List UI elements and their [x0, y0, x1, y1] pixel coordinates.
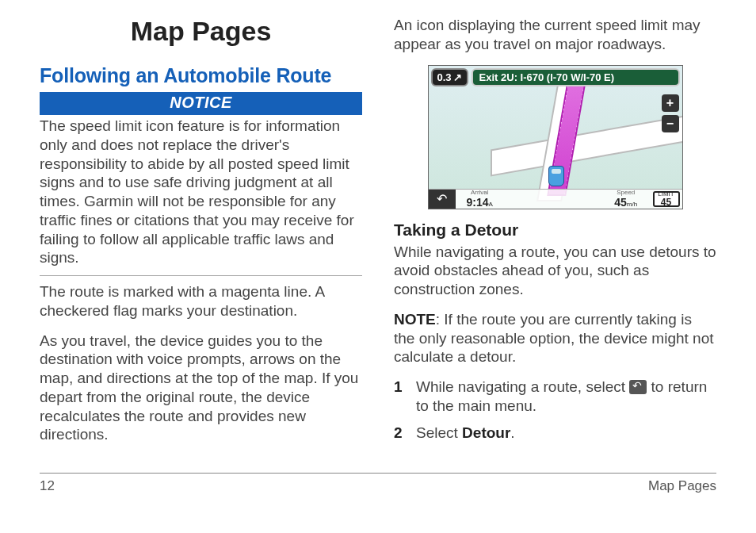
zoom-out-button[interactable]: − — [662, 115, 679, 132]
arrival-field: Arrival 9:14A — [456, 190, 505, 209]
arrival-label: Arrival — [471, 189, 489, 196]
right-column: An icon displaying the current speed lim… — [394, 16, 716, 458]
left-column: Map Pages Following an Automobile Route … — [40, 16, 362, 458]
subheading-detour: Taking a Detour — [394, 220, 716, 240]
footer-rule — [40, 473, 716, 474]
arrow-icon: ↗ — [453, 71, 462, 83]
speed-field: Speed 45m/h — [601, 190, 651, 209]
divider — [40, 275, 362, 276]
note-text: : If the route you are currently taking … — [394, 311, 714, 366]
footer-title: Map Pages — [648, 478, 716, 494]
detour-body: While navigating a route, you can use de… — [394, 243, 716, 299]
detour-note: NOTE: If the route you are currently tak… — [394, 310, 716, 366]
gps-bottom-bar: ↶ Arrival 9:14A Speed 45m/h LIMIT 45 — [429, 189, 682, 209]
section-heading: Following an Automobile Route — [40, 64, 362, 87]
distance-badge: 0.3 ↗ — [431, 68, 468, 86]
distance-value: 0.3 — [437, 71, 452, 83]
para-speed-limit-icon: An icon displaying the current speed lim… — [394, 16, 716, 54]
page-body: Map Pages Following an Automobile Route … — [0, 0, 756, 468]
spacer — [504, 190, 601, 209]
note-label: NOTE — [394, 311, 436, 328]
vehicle-icon — [548, 166, 564, 186]
page-number: 12 — [40, 478, 55, 494]
exit-sign: Exit 2U: I-670 (I-70 W/I-70 E) — [472, 68, 680, 86]
speed-limit-sign: LIMIT 45 — [653, 191, 680, 207]
arrival-value: 9:14A — [467, 196, 493, 209]
page-footer: 12 Map Pages — [0, 468, 756, 494]
speed-label: Speed — [617, 189, 635, 196]
notice-banner: NOTICE — [40, 92, 362, 115]
return-icon — [629, 380, 647, 394]
back-button[interactable]: ↶ — [429, 190, 456, 209]
limit-value: 45 — [661, 197, 671, 207]
footer-row: 12 Map Pages — [40, 478, 716, 494]
notice-text: The speed limit icon feature is for info… — [40, 117, 362, 267]
top-bar: 0.3 ↗ Exit 2U: I-670 (I-70 W/I-70 E) — [431, 68, 680, 86]
step-1: While navigating a route, select to retu… — [394, 378, 716, 416]
detour-label: Detour — [462, 424, 510, 441]
page-title: Map Pages — [40, 16, 362, 47]
step-2: Select Detour. — [394, 424, 716, 443]
para-guidance: As you travel, the device guides you to … — [40, 332, 362, 445]
road — [492, 105, 683, 174]
zoom-in-button[interactable]: + — [662, 94, 679, 112]
speed-value: 45m/h — [614, 196, 637, 209]
gps-screenshot: 0.3 ↗ Exit 2U: I-670 (I-70 W/I-70 E) + −… — [428, 65, 683, 209]
steps-list: While navigating a route, select to retu… — [394, 378, 716, 442]
para-route-marked: The route is marked with a magenta line.… — [40, 282, 362, 320]
